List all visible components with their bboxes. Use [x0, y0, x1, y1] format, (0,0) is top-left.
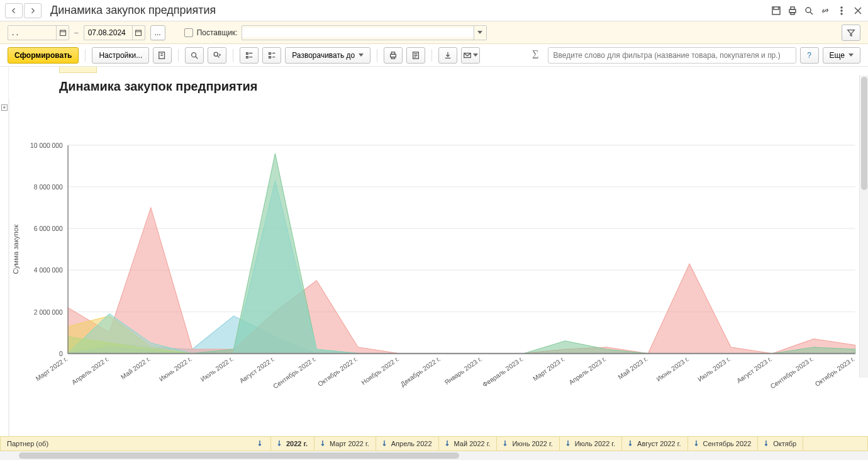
periodbar-column[interactable]: Май 2022 г. [439, 437, 498, 451]
expand-toggle[interactable]: + [1, 104, 8, 111]
svg-text:Ноябрь 2022 г.: Ноябрь 2022 г. [360, 356, 401, 386]
period-bar: Партнер (об) 2022 г.Март 2022 г.Апрель 2… [0, 436, 868, 451]
settings-label: Настройки... [99, 51, 142, 60]
svg-rect-3 [791, 13, 794, 14]
svg-rect-15 [392, 57, 395, 59]
sigma-icon[interactable]: Σ [532, 48, 538, 62]
group-gutter: + [0, 67, 9, 436]
chart-title: Динамика закупок предприятия [59, 79, 868, 94]
generate-button[interactable]: Сформировать [8, 47, 79, 64]
date-range-dash: – [74, 28, 79, 37]
titlebar: Динамика закупок предприятия [0, 0, 868, 21]
save-report-icon[interactable] [771, 6, 781, 16]
svg-text:6 000 000: 6 000 000 [34, 225, 63, 232]
svg-rect-8 [60, 30, 65, 35]
svg-text:Октябрь 2023 г.: Октябрь 2023 г. [814, 356, 856, 388]
date-from-field[interactable] [8, 25, 69, 40]
print-icon[interactable] [787, 6, 798, 16]
send-email-button[interactable] [461, 47, 480, 64]
find-button[interactable] [185, 47, 204, 64]
svg-text:10 000 000: 10 000 000 [30, 142, 63, 149]
date-to-input[interactable] [84, 28, 132, 37]
periodbar-column[interactable]: Октябр [758, 437, 803, 451]
supplier-input[interactable] [242, 28, 474, 37]
help-button[interactable]: ? [800, 47, 819, 64]
svg-text:Апрель 2022 г.: Апрель 2022 г. [70, 356, 110, 386]
purchase-dynamics-chart: 02 000 0004 000 0006 000 0008 000 00010 … [9, 99, 862, 432]
svg-text:Сумма закупок: Сумма закупок [12, 224, 19, 274]
svg-text:Февраль 2023 г.: Февраль 2023 г. [481, 356, 525, 389]
nav-forward-button[interactable] [24, 3, 42, 18]
svg-text:Май 2022 г.: Май 2022 г. [120, 356, 152, 381]
svg-rect-9 [136, 30, 142, 35]
date-to-field[interactable] [84, 25, 145, 40]
supplier-combo[interactable] [242, 25, 487, 40]
chevron-down-icon [359, 53, 364, 57]
more-button[interactable]: Еще [823, 47, 860, 64]
svg-point-6 [841, 10, 842, 11]
filterbar: – ... Поставщик: [0, 21, 868, 44]
calendar-icon[interactable] [132, 26, 145, 40]
svg-point-4 [806, 8, 811, 13]
kebab-menu-icon[interactable] [837, 6, 847, 16]
collapse-groups-button[interactable] [240, 47, 259, 64]
chevron-down-icon[interactable] [474, 26, 486, 40]
svg-text:8 000 000: 8 000 000 [34, 184, 63, 191]
svg-text:Июль 2023 г.: Июль 2023 г. [696, 356, 732, 383]
svg-rect-14 [392, 52, 395, 54]
toolbar: Сформировать Настройки... Разворачивать … [0, 44, 868, 67]
expand-to-label: Разворачивать до [292, 51, 355, 60]
expand-to-button[interactable]: Разворачивать до [285, 47, 370, 64]
print-button[interactable] [384, 47, 403, 64]
chevron-down-icon [849, 53, 854, 57]
svg-text:Сентябрь 2023 г.: Сентябрь 2023 г. [769, 356, 815, 390]
vertical-scrollbar[interactable] [859, 76, 868, 378]
periodbar-column[interactable]: Апрель 2022 [376, 437, 439, 451]
calendar-icon[interactable] [56, 26, 69, 40]
svg-text:Январь 2023 г.: Январь 2023 г. [443, 356, 483, 386]
periodbar-partner[interactable]: Партнер (об) [1, 437, 271, 451]
settings-variants-button[interactable] [153, 47, 172, 64]
horizontal-scrollbar[interactable] [0, 451, 868, 460]
svg-text:Июль 2022 г.: Июль 2022 г. [199, 356, 235, 383]
save-button[interactable] [438, 47, 457, 64]
sort-icon[interactable] [258, 440, 264, 447]
periodbar-column[interactable]: Март 2022 г. [314, 437, 376, 451]
svg-text:Декабрь 2022 г.: Декабрь 2022 г. [399, 356, 442, 388]
sheet-tab[interactable] [59, 67, 97, 73]
find-next-button[interactable] [208, 47, 226, 64]
page-title: Динамика закупок предприятия [50, 4, 216, 17]
svg-text:Май 2023 г.: Май 2023 г. [617, 356, 649, 381]
nav-back-button[interactable] [5, 3, 23, 18]
close-icon[interactable] [853, 6, 863, 16]
date-range-picker-button[interactable]: ... [150, 25, 165, 40]
svg-text:4 000 000: 4 000 000 [34, 267, 63, 274]
report-area: + Динамика закупок предприятия 02 000 00… [0, 67, 868, 436]
supplier-checkbox[interactable] [184, 28, 193, 37]
chevron-down-icon [473, 53, 478, 57]
svg-text:Август 2023 г.: Август 2023 г. [735, 356, 773, 384]
preview-icon[interactable] [804, 6, 814, 16]
svg-text:Март 2023 г.: Март 2023 г. [531, 356, 565, 383]
svg-text:Сентябрь 2022 г.: Сентябрь 2022 г. [272, 356, 317, 390]
print-preview-button[interactable] [406, 47, 425, 64]
link-icon[interactable] [820, 6, 830, 16]
periodbar-column[interactable]: 2022 г. [271, 437, 314, 451]
svg-point-5 [841, 7, 842, 8]
settings-button[interactable]: Настройки... [92, 47, 149, 64]
quick-filter-button[interactable] [842, 25, 860, 41]
svg-text:Март 2022 г.: Март 2022 г. [35, 356, 69, 383]
svg-text:Июнь 2023 г.: Июнь 2023 г. [655, 356, 691, 383]
svg-point-11 [192, 52, 196, 57]
more-label: Еще [830, 51, 845, 60]
svg-text:Август 2022 г.: Август 2022 г. [238, 356, 276, 384]
date-from-input[interactable] [8, 28, 56, 37]
svg-text:Июнь 2022 г.: Июнь 2022 г. [158, 356, 193, 383]
expand-groups-button[interactable] [262, 47, 281, 64]
periodbar-column[interactable]: Август 2022 г. [622, 437, 687, 451]
periodbar-column[interactable]: Июль 2022 г. [560, 437, 622, 451]
filter-input[interactable] [548, 47, 796, 64]
svg-point-12 [214, 52, 218, 56]
periodbar-column[interactable]: Сентябрь 2022 [688, 437, 759, 451]
periodbar-column[interactable]: Июнь 2022 г. [497, 437, 559, 451]
